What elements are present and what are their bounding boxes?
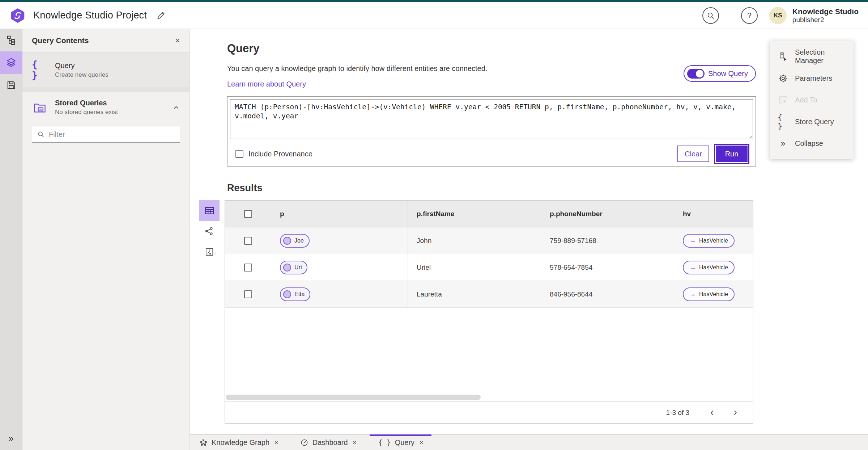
show-query-label: Show Query bbox=[708, 70, 748, 78]
app-window: Knowledge Studio Project ? bbox=[0, 0, 868, 450]
user-block: Knowledge Studio publisher2 bbox=[792, 7, 859, 24]
row-checkbox[interactable] bbox=[244, 264, 252, 272]
show-query-toggle[interactable]: Show Query bbox=[684, 65, 756, 82]
node-dot-icon bbox=[283, 237, 291, 245]
rail-item-hierarchy[interactable] bbox=[0, 29, 22, 51]
arrow-right-icon: → bbox=[689, 237, 696, 244]
table-view-button[interactable] bbox=[199, 200, 220, 221]
edge-chip[interactable]: →HasVehicle bbox=[683, 261, 735, 274]
tab-knowledge-graph[interactable]: Knowledge Graph × bbox=[197, 435, 281, 450]
chevron-up-icon bbox=[172, 104, 180, 112]
share-graph-icon bbox=[204, 226, 214, 236]
scrollbar-thumb[interactable] bbox=[226, 395, 481, 400]
avatar[interactable]: KS bbox=[769, 7, 787, 24]
collapse-button[interactable]: » Collapse bbox=[770, 133, 854, 154]
parameters-label: Parameters bbox=[795, 74, 832, 83]
results-view-switcher bbox=[199, 200, 220, 424]
rail-item-save[interactable] bbox=[0, 74, 22, 96]
project-title: Knowledge Studio Project bbox=[33, 10, 147, 21]
previous-page-button[interactable] bbox=[705, 406, 719, 420]
save-icon bbox=[6, 80, 16, 90]
hierarchy-icon bbox=[6, 35, 17, 46]
include-provenance-label: Include Provenance bbox=[248, 150, 312, 158]
collapse-section-button[interactable] bbox=[172, 104, 180, 112]
panel-item-query[interactable]: { } Query Create new queries bbox=[22, 52, 190, 87]
edge-label: HasVehicle bbox=[699, 237, 728, 244]
search-icon bbox=[707, 12, 715, 20]
panel-item-query-label: Query bbox=[55, 62, 108, 70]
horizontal-scrollbar bbox=[225, 393, 753, 401]
braces-icon: { } bbox=[378, 438, 391, 446]
node-chip[interactable]: Uri bbox=[280, 261, 307, 274]
tab-dashboard[interactable]: Dashboard × bbox=[298, 435, 360, 450]
table-row[interactable]: Uri Uriel 578-654-7854 →HasVehicle bbox=[225, 254, 753, 281]
query-description: You can query a knowledge graph to ident… bbox=[227, 64, 756, 73]
rail-item-layers[interactable] bbox=[0, 51, 22, 74]
row-checkbox[interactable] bbox=[244, 290, 252, 298]
parameters-button[interactable]: Parameters bbox=[770, 67, 854, 89]
next-page-button[interactable] bbox=[728, 406, 742, 420]
help-button[interactable]: ? bbox=[741, 7, 758, 24]
filter-box bbox=[32, 126, 180, 143]
folder-icon bbox=[32, 102, 48, 113]
selection-manager-button[interactable]: Selection Manager bbox=[770, 46, 854, 67]
cell-firstname: Lauretta bbox=[408, 281, 541, 307]
braces-icon: { } bbox=[32, 59, 48, 81]
filter-input[interactable] bbox=[49, 130, 175, 139]
knowledge-graph-icon bbox=[199, 438, 208, 447]
main-content: Query You can query a knowledge graph to… bbox=[190, 29, 868, 434]
tab-label: Knowledge Graph bbox=[212, 438, 269, 447]
edge-label: HasVehicle bbox=[699, 264, 728, 271]
add-to-button: Add To bbox=[770, 89, 854, 111]
header-divider bbox=[730, 6, 730, 25]
panel-item-stored-queries[interactable]: Stored Queries No stored queries exist bbox=[22, 92, 190, 122]
include-provenance-checkbox[interactable] bbox=[235, 150, 243, 158]
help-icon: ? bbox=[747, 11, 752, 20]
gear-icon bbox=[778, 73, 788, 83]
tab-close-button[interactable]: × bbox=[273, 438, 279, 447]
edge-chip[interactable]: →HasVehicle bbox=[683, 234, 735, 248]
node-chip[interactable]: Etta bbox=[280, 287, 310, 301]
query-textarea[interactable]: MATCH (p:Person)-[hv:HasVehicle]->(v:Veh… bbox=[230, 99, 753, 139]
cell-phone: 759-889-57168 bbox=[541, 227, 674, 254]
table-row[interactable]: Joe John 759-889-57168 →HasVehicle bbox=[225, 227, 753, 254]
edit-title-button[interactable] bbox=[156, 10, 166, 20]
filter-search-icon bbox=[37, 131, 44, 138]
arrow-right-icon: → bbox=[689, 290, 696, 298]
node-chip[interactable]: Joe bbox=[280, 234, 310, 248]
tab-label: Query bbox=[395, 438, 414, 447]
search-button[interactable] bbox=[702, 7, 719, 24]
tab-close-button[interactable]: × bbox=[418, 438, 424, 447]
panel-title: Query Contents bbox=[32, 36, 89, 45]
column-header-hv[interactable]: hv bbox=[674, 201, 753, 227]
tab-query[interactable]: { } Query × bbox=[376, 435, 426, 450]
add-to-label: Add To bbox=[795, 96, 817, 104]
graph-view-button[interactable] bbox=[199, 221, 220, 241]
left-rail: » bbox=[0, 29, 22, 450]
store-query-button[interactable]: { } Store Query bbox=[770, 111, 854, 133]
chevron-right-icon bbox=[731, 409, 739, 417]
row-checkbox[interactable] bbox=[244, 237, 252, 245]
avatar-initials: KS bbox=[774, 12, 782, 19]
run-button[interactable]: Run bbox=[715, 145, 748, 163]
selection-manager-label: Selection Manager bbox=[795, 48, 846, 65]
panel-close-button[interactable]: × bbox=[175, 35, 180, 46]
user-name: Knowledge Studio bbox=[792, 7, 859, 16]
map-icon bbox=[205, 247, 214, 257]
tab-close-button[interactable]: × bbox=[352, 438, 358, 447]
toggle-switch bbox=[687, 69, 705, 79]
clear-button[interactable]: Clear bbox=[677, 146, 709, 162]
app-header: Knowledge Studio Project ? bbox=[0, 2, 868, 29]
table-header-row: p p.firstName p.phoneNumber hv bbox=[225, 201, 753, 227]
column-header-firstname[interactable]: p.firstName bbox=[408, 201, 541, 227]
table-row[interactable]: Etta Lauretta 846-956-8644 →HasVehicle bbox=[225, 281, 753, 308]
map-view-button[interactable] bbox=[199, 241, 220, 262]
column-header-phone[interactable]: p.phoneNumber bbox=[541, 201, 674, 227]
edge-chip[interactable]: →HasVehicle bbox=[683, 287, 735, 301]
column-header-p[interactable]: p bbox=[271, 201, 408, 227]
double-chevron-right-icon: » bbox=[778, 138, 788, 148]
select-all-checkbox[interactable] bbox=[244, 210, 252, 218]
page-title: Query bbox=[227, 42, 756, 55]
learn-more-link[interactable]: Learn more about Query bbox=[227, 80, 306, 88]
rail-expand-button[interactable]: » bbox=[0, 433, 22, 444]
